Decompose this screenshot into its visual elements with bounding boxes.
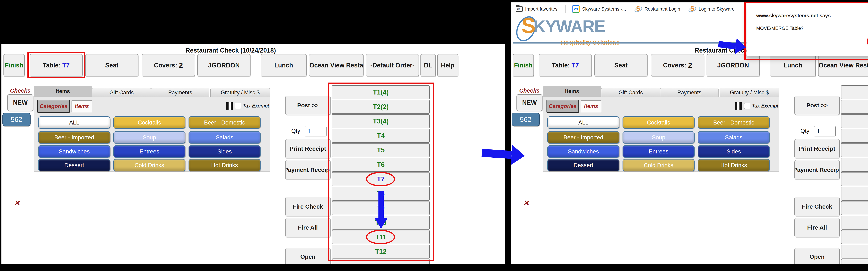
category-button-sides[interactable]: Sides [698, 145, 770, 158]
category-button-dessert[interactable]: Dessert [38, 159, 110, 171]
open-button[interactable]: Open [285, 248, 331, 264]
tab-gift-cards[interactable]: Gift Cards [601, 88, 660, 97]
table-row-t9[interactable]: T9 [841, 201, 868, 215]
table-row-t8[interactable]: T8 [841, 187, 868, 201]
check-number-badge[interactable]: 562 [2, 113, 31, 126]
open-button[interactable]: Open [795, 248, 840, 264]
skyware-orbit-icon: S [688, 5, 696, 13]
bookmark-skyware-systems[interactable]: 29Skyware Systems -... [572, 5, 626, 13]
header-button-table-t7[interactable]: Table:T7 [539, 54, 592, 76]
print-receipt-button[interactable]: Print Receipt [795, 139, 840, 158]
table-row-t5[interactable]: T5 [841, 143, 868, 157]
post-button[interactable]: Post >> [795, 96, 840, 115]
tab-gratuity-misc[interactable]: Gratuity / Misc $ [210, 88, 270, 97]
header-button-seat[interactable]: Seat [594, 54, 648, 76]
header-button-finish[interactable]: Finish [3, 54, 25, 76]
bookmark-restaurant-login[interactable]: SRestaurant Login [634, 5, 680, 13]
bookmark-label: Skyware Systems -... [582, 6, 626, 12]
fire-all-button[interactable]: Fire All [795, 218, 840, 237]
category-button-salads[interactable]: Salads [189, 131, 260, 143]
bookmark-label: Import favorites [525, 6, 557, 12]
skyware-logo: S KYWARE Hospitality Solutions [516, 16, 638, 49]
header-button-default-order[interactable]: -Default Order- [366, 54, 419, 76]
bookmark-login-to-skyware[interactable]: SLogin to Skyware [688, 5, 735, 13]
category-button-beer-imported[interactable]: Beer - Imported [38, 131, 110, 143]
header-button-help[interactable]: Help [437, 54, 458, 76]
table-row-t6[interactable]: T6 [841, 158, 868, 172]
red-x-mark[interactable]: ✕ [523, 198, 530, 208]
annotation-circle-t11 [366, 230, 395, 244]
category-button-beer-domestic[interactable]: Beer - Domestic [698, 116, 770, 129]
category-button-cocktails[interactable]: Cocktails [623, 116, 694, 129]
fire-check-button[interactable]: Fire Check [285, 197, 331, 216]
categories-toggle-button[interactable]: Categories [37, 100, 70, 113]
category-button-beer-imported[interactable]: Beer - Imported [547, 131, 619, 143]
table-row-t11[interactable]: T11 [841, 230, 868, 244]
button-label: Covers: [663, 62, 686, 69]
tab-gratuity-misc[interactable]: Gratuity / Misc $ [720, 88, 779, 97]
payment-receipt-button[interactable]: Payment Receipt [795, 160, 840, 179]
category-button-soup[interactable]: Soup [113, 131, 185, 143]
fire-check-button[interactable]: Fire Check [795, 197, 840, 216]
table-row-t1-4[interactable]: T1(4) [841, 85, 868, 99]
items-toggle-button[interactable]: Items [581, 100, 601, 112]
barcode-icon [226, 102, 232, 110]
category-button-entrees[interactable]: Entrees [623, 145, 694, 158]
header-button-dl[interactable]: DL [421, 54, 436, 76]
category-button-hot-drinks[interactable]: Hot Drinks [189, 159, 260, 171]
category-button-all[interactable]: -ALL- [38, 116, 110, 129]
header-button-finish[interactable]: Finish [513, 54, 534, 76]
table-row-t4[interactable]: T4 [841, 129, 868, 143]
before-screenshot-panel: Restaurant Check (10/24/2018) FinishTabl… [1, 44, 505, 264]
red-x-mark[interactable]: ✕ [14, 198, 21, 208]
category-button-entrees[interactable]: Entrees [113, 145, 185, 158]
category-button-sides[interactable]: Sides [189, 145, 260, 158]
table-row-t2-2[interactable]: T2(2) [841, 100, 868, 114]
post-button[interactable]: Post >> [285, 96, 331, 115]
tab-payments[interactable]: Payments [660, 88, 718, 97]
print-receipt-button[interactable]: Print Receipt [285, 139, 331, 158]
bookmark-import-favorites[interactable]: Import favorites [516, 6, 557, 12]
category-button-cold-drinks[interactable]: Cold Drinks [113, 159, 185, 171]
tab-items[interactable]: Items [543, 86, 601, 97]
header-button-jgordon[interactable]: JGORDON [197, 54, 250, 76]
category-button-soup[interactable]: Soup [623, 131, 694, 143]
tax-exempt-checkbox[interactable] [744, 103, 750, 109]
payment-receipt-button[interactable]: Payment Receipt [285, 160, 331, 179]
category-button-cold-drinks[interactable]: Cold Drinks [623, 159, 694, 171]
pos-screen-before: Restaurant Check (10/24/2018) FinishTabl… [2, 45, 467, 264]
category-button-sandwiches[interactable]: Sandwiches [547, 145, 619, 158]
new-check-button[interactable]: NEW [517, 94, 542, 111]
table-row-t10[interactable]: T10 [841, 216, 868, 230]
tab-items[interactable]: Items [34, 86, 92, 97]
header-button-lunch[interactable]: Lunch [261, 54, 307, 76]
header-button-seat[interactable]: Seat [85, 54, 138, 76]
category-button-cocktails[interactable]: Cocktails [113, 116, 185, 129]
header-button-ocean-view-resta[interactable]: Ocean View Resta [309, 54, 364, 76]
tax-exempt-checkbox[interactable] [235, 103, 241, 109]
tab-payments[interactable]: Payments [151, 88, 209, 97]
category-button-hot-drinks[interactable]: Hot Drinks [698, 159, 770, 171]
bookmark-label: Restaurant Login [645, 6, 680, 12]
category-button-all[interactable]: -ALL- [547, 116, 619, 129]
check-number-badge[interactable]: 562 [512, 113, 540, 126]
barcode-icon [735, 102, 742, 110]
header-button-covers-2[interactable]: Covers:2 [142, 54, 195, 76]
table-row-blank[interactable] [841, 259, 868, 264]
items-toggle-button[interactable]: Items [71, 100, 92, 112]
tab-gift-cards[interactable]: Gift Cards [92, 88, 151, 97]
fire-all-button[interactable]: Fire All [285, 218, 331, 237]
table-row-t7[interactable]: T7 [841, 172, 868, 186]
category-button-beer-domestic[interactable]: Beer - Domestic [189, 116, 260, 129]
category-button-dessert[interactable]: Dessert [547, 159, 619, 171]
category-button-salads[interactable]: Salads [698, 131, 770, 143]
new-check-button[interactable]: NEW [7, 94, 33, 111]
qty-input[interactable] [814, 126, 836, 136]
category-button-sandwiches[interactable]: Sandwiches [38, 145, 110, 158]
categories-toggle-button[interactable]: Categories [547, 100, 579, 113]
header-button-covers-2[interactable]: Covers:2 [651, 54, 704, 76]
button-label: Covers: [154, 62, 177, 69]
qty-input[interactable] [305, 126, 327, 136]
table-row-t12[interactable]: T12 [841, 245, 868, 259]
table-row-t3-4[interactable]: T3(4) [841, 114, 868, 128]
